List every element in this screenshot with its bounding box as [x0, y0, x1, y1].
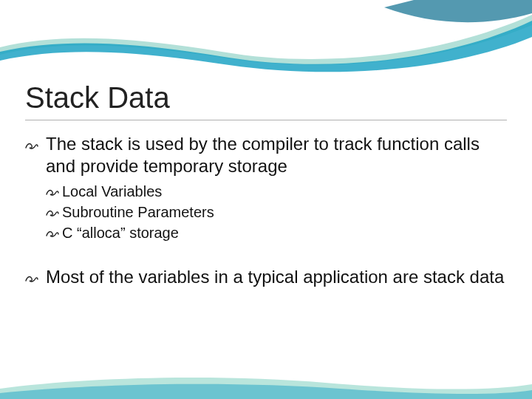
bullet-text: Subroutine Parameters — [62, 204, 214, 220]
bullet-text: The stack is used by the compiler to tra… — [46, 134, 480, 176]
slide: Stack Data The stack is used by the comp… — [0, 0, 532, 399]
spacer — [25, 244, 507, 266]
bullet-marker-icon — [46, 223, 62, 242]
bullet-level2: C “alloca” storage — [25, 223, 507, 242]
bullet-marker-icon — [25, 133, 46, 155]
bullet-level2: Subroutine Parameters — [25, 202, 507, 222]
top-swoosh-decoration — [0, 0, 532, 78]
bullet-level1: The stack is used by the compiler to tra… — [25, 133, 507, 177]
bottom-swoosh-decoration — [0, 369, 532, 399]
bullet-marker-icon — [25, 266, 46, 288]
slide-title: Stack Data — [25, 81, 170, 115]
bullet-level2: Local Variables — [25, 182, 507, 201]
bullet-text: Most of the variables in a typical appli… — [46, 267, 504, 287]
title-underline — [25, 120, 507, 120]
bullet-marker-icon — [46, 202, 62, 222]
bullet-marker-icon — [46, 182, 62, 201]
bullet-text: Local Variables — [62, 183, 162, 200]
bullet-text: C “alloca” storage — [62, 225, 179, 241]
content-area: The stack is used by the compiler to tra… — [25, 133, 507, 293]
bullet-level1: Most of the variables in a typical appli… — [25, 266, 507, 288]
